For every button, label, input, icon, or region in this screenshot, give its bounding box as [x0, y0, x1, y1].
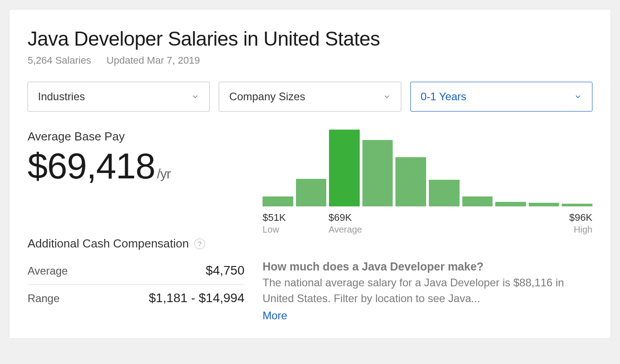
content-row: Average Base Pay $69,418/yr Additional C…: [28, 130, 592, 322]
additional-average-row: Average $4,750: [28, 257, 244, 285]
salary-count: 5,264 Salaries: [28, 55, 91, 66]
axis-avg-value: $69K: [329, 212, 352, 223]
chevron-down-icon: [383, 93, 391, 101]
chart-axis: $51K Low $69K Average $96K High: [263, 212, 592, 235]
axis-high: $96K High: [569, 212, 592, 235]
chart-bar: [395, 157, 426, 206]
left-column: Average Base Pay $69,418/yr Additional C…: [28, 130, 244, 322]
industries-filter-label: Industries: [38, 90, 85, 103]
description-title: How much does a Java Developer make?: [263, 260, 592, 273]
axis-low-label: Low: [263, 224, 286, 235]
company-sizes-filter-label: Company Sizes: [229, 90, 305, 103]
axis-low-value: $51K: [263, 212, 286, 223]
filter-row: Industries Company Sizes 0-1 Years: [28, 82, 592, 112]
additional-comp-title: Additional Cash Compensation: [28, 237, 189, 251]
additional-average-value: $4,750: [206, 263, 244, 278]
additional-range-row: Range $1,181 - $14,994: [28, 285, 244, 312]
axis-low: $51K Low: [263, 212, 286, 235]
more-link[interactable]: More: [263, 309, 287, 322]
axis-avg: $69K Average: [329, 212, 362, 235]
avg-base-pay-label: Average Base Pay: [28, 130, 244, 144]
avg-base-pay-value: $69,418/yr: [28, 145, 244, 187]
axis-high-value: $96K: [569, 212, 592, 223]
meta-row: 5,264 Salaries Updated Mar 7, 2019: [28, 55, 592, 66]
chart-bar: [263, 196, 293, 206]
industries-filter[interactable]: Industries: [28, 82, 210, 112]
avg-base-pay-number: $69,418: [28, 146, 155, 186]
updated-date: Updated Mar 7, 2019: [107, 55, 200, 66]
chart-bar: [562, 204, 592, 206]
chevron-down-icon: [574, 93, 582, 101]
chart-bar: [462, 196, 493, 206]
experience-filter-label: 0-1 Years: [421, 90, 466, 103]
experience-filter[interactable]: 0-1 Years: [410, 82, 592, 112]
avg-base-pay-unit: /yr: [157, 166, 170, 181]
description-body: The national average salary for a Java D…: [263, 275, 592, 307]
company-sizes-filter[interactable]: Company Sizes: [219, 82, 401, 112]
description-block: How much does a Java Developer make? The…: [263, 260, 592, 322]
salary-distribution-chart: [263, 130, 592, 206]
chart-bar: [495, 202, 526, 206]
chart-bar: [329, 130, 360, 206]
additional-average-label: Average: [28, 265, 68, 277]
axis-avg-label: Average: [329, 224, 362, 235]
additional-range-label: Range: [28, 292, 60, 305]
chevron-down-icon: [191, 93, 199, 101]
help-icon[interactable]: ?: [194, 238, 205, 249]
axis-high-label: High: [569, 224, 592, 235]
additional-range-value: $1,181 - $14,994: [149, 291, 244, 305]
right-column: $51K Low $69K Average $96K High How much…: [263, 130, 592, 322]
page-title: Java Developer Salaries in United States: [28, 28, 592, 50]
chart-bar: [529, 203, 559, 206]
chart-bar: [362, 140, 393, 206]
chart-bar: [296, 179, 327, 206]
chart-bar: [429, 180, 460, 206]
salary-card: Java Developer Salaries in United States…: [9, 9, 611, 339]
additional-comp-header: Additional Cash Compensation ?: [28, 237, 244, 251]
